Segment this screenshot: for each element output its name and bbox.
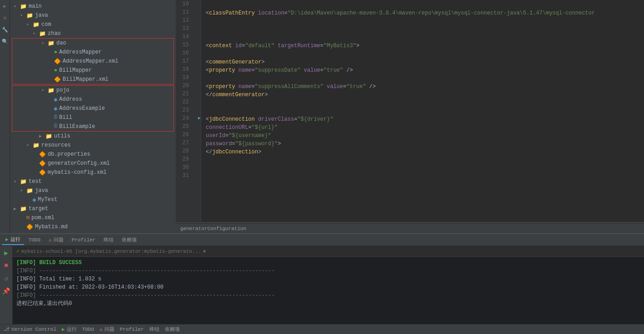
folder-icon-target: 📁 — [20, 206, 27, 212]
code-line-10 — [206, 1, 644, 9]
tool-btn-2[interactable]: ⚙ — [1, 14, 9, 22]
tree-item-address[interactable]: ◉ Address — [12, 95, 173, 104]
code-text-21: </commentGenerator> — [206, 91, 268, 99]
tab-problems[interactable]: ⚠ 问题 — [45, 235, 67, 245]
code-line-19 — [206, 74, 644, 83]
run-play-btn[interactable]: ▶ — [1, 248, 11, 258]
tab-todo-label: TODO — [29, 237, 40, 243]
code-text-20: <property name="suppressAllComments" val… — [206, 83, 376, 91]
tree-item-pojo[interactable]: ▾ 📁 pojo — [12, 86, 173, 95]
file-icon-addressmapper: ● — [54, 49, 57, 55]
tree-item-addressexample[interactable]: ◉ AddressExample — [12, 104, 173, 113]
ln-21: 21 — [176, 90, 189, 98]
tree-item-utils[interactable]: ▶ 📁 utils — [10, 132, 176, 141]
code-line-26: userId="${username}" — [206, 132, 644, 140]
editor-area: 10 11 12 13 14 15 16 17 18 19 20 21 22 2… — [176, 0, 644, 233]
ln-28: 28 — [176, 147, 189, 155]
status-deps[interactable]: 依赖项 — [165, 326, 180, 333]
arrow-test-java: ▾ — [20, 188, 26, 193]
tree-item-billmapper-xml[interactable]: 🔶 BillMapper.xml — [12, 75, 173, 84]
run-header-close[interactable]: ✕ — [203, 248, 206, 254]
main-area: ▶ ⚙ 🔧 🔍 ▾ 📁 main ▾ 📁 java ▾ 📁 com — [0, 0, 644, 233]
code-content[interactable]: <classPathEntry location="D:\idea\Maven\… — [201, 0, 644, 221]
status-vcs[interactable]: ⎇ Version Control — [4, 326, 56, 332]
status-terminal[interactable]: 终结 — [149, 326, 159, 333]
tree-item-bill[interactable]: © Bill — [12, 113, 173, 122]
tab-terminal[interactable]: 终结 — [100, 235, 117, 245]
output-sep1: [INFO] ---------------------------------… — [16, 267, 640, 275]
editor-content: 10 11 12 13 14 15 16 17 18 19 20 21 22 2… — [176, 0, 644, 221]
code-line-21: </commentGenerator> — [206, 91, 644, 99]
tree-item-com[interactable]: ▾ 📁 com — [10, 20, 176, 29]
tab-run[interactable]: ▶ 运行 — [2, 235, 24, 245]
run-rerun-btn[interactable]: ↺ — [1, 273, 11, 283]
tree-item-pom[interactable]: m pom.xml — [10, 213, 176, 222]
run-stop-btn[interactable]: ■ — [1, 260, 11, 270]
tool-btn-1[interactable]: ▶ — [1, 2, 9, 10]
status-todo[interactable]: TODO — [82, 327, 94, 332]
gutter-empty-20 — [192, 172, 201, 180]
tree-item-generatorconfig[interactable]: 🔶 generatorConfig.xml — [10, 159, 176, 168]
tree-item-mybatis-md[interactable]: 🔶 Mybatis.md — [10, 222, 176, 231]
profiler-status-label: Profiler — [120, 327, 144, 332]
tab-todo[interactable]: TODO — [25, 235, 44, 245]
gutter-empty-9 — [192, 74, 201, 82]
status-run[interactable]: ▶ 运行 — [62, 326, 77, 333]
run-pin-btn[interactable]: 📌 — [1, 286, 11, 296]
file-icon-addressmapper-xml: 🔶 — [54, 58, 61, 65]
label-dao: dao — [56, 40, 66, 46]
ln-24: 24 — [176, 114, 189, 123]
code-line-20: <property name="suppressAllComments" val… — [206, 83, 644, 91]
arrow-target: ▶ — [14, 206, 20, 211]
file-icon-pom: m — [26, 215, 30, 221]
tree-item-dao[interactable]: ▾ 📁 dao — [12, 39, 173, 48]
tool-btn-3[interactable]: 🔧 — [1, 25, 9, 34]
code-line-13 — [206, 25, 644, 34]
todo-status-label: TODO — [82, 327, 94, 332]
tree-item-zhao[interactable]: ▾ 📁 zhao — [10, 29, 176, 38]
gutter-empty-6 — [192, 49, 201, 57]
tree-item-db-properties[interactable]: 🔶 db.properties — [10, 150, 176, 159]
tree-item-main[interactable]: ▾ 📁 main — [10, 2, 176, 11]
output-build-success: [INFO] BUILD SUCCESS — [16, 259, 640, 267]
code-text-17: <commentGenerator> — [206, 58, 265, 66]
status-profiler[interactable]: Profiler — [120, 327, 144, 332]
label-db-properties: db.properties — [48, 151, 90, 157]
run-header-label: mybatis-school-05 [org.mybatis.generator… — [21, 249, 201, 254]
vcs-icon: ⎇ — [4, 326, 10, 332]
gutters: 10 11 12 13 14 15 16 17 18 19 20 21 22 2… — [176, 0, 201, 221]
status-problems[interactable]: ⚠ 问题 — [99, 326, 114, 333]
tree-item-target[interactable]: ▶ 📁 target — [10, 204, 176, 213]
tree-item-addressmapper[interactable]: ● AddressMapper — [12, 48, 173, 57]
tree-item-mytest[interactable]: ◉ MyTest — [10, 195, 176, 204]
label-mybatis-config: mybatis-config.xml — [48, 169, 107, 176]
tab-deps[interactable]: 依赖项 — [118, 235, 140, 245]
tree-item-addressmapper-xml[interactable]: 🔶 AddressMapper.xml — [12, 57, 173, 66]
tool-btn-4[interactable]: 🔍 — [1, 37, 9, 45]
gutter-numbers: 10 11 12 13 14 15 16 17 18 19 20 21 22 2… — [176, 0, 192, 221]
arrow-utils: ▶ — [39, 133, 45, 139]
tab-problems-label: 问题 — [54, 236, 64, 243]
tree-item-billmapper[interactable]: ● BillMapper — [12, 66, 173, 75]
tree-item-test[interactable]: ▾ 📁 test — [10, 177, 176, 186]
tab-profiler[interactable]: Profiler — [68, 235, 99, 245]
file-icon-billmapper: ● — [54, 67, 57, 74]
tree-item-mybatis-config[interactable]: 🔶 mybatis-config.xml — [10, 168, 176, 177]
tree-item-resources[interactable]: ▾ 📁 resources — [10, 141, 176, 150]
tree-item-test-java[interactable]: ▾ 📁 java — [10, 186, 176, 195]
code-line-17: <commentGenerator> — [206, 58, 644, 66]
tab-deps-label: 依赖项 — [122, 236, 137, 243]
label-test-java: java — [35, 187, 48, 194]
tree-item-java[interactable]: ▾ 📁 java — [10, 11, 176, 20]
ln-30: 30 — [176, 163, 189, 172]
file-icon-db-props: 🔶 — [39, 151, 46, 158]
label-zhao: zhao — [48, 30, 61, 37]
code-text-25: connectionURL="${url}" — [206, 123, 277, 132]
tree-item-billexample[interactable]: © BillExample — [12, 122, 173, 131]
file-icon-address: ◉ — [54, 96, 57, 103]
file-icon-mybatis-config: 🔶 — [39, 169, 46, 176]
vcs-label: Version Control — [11, 327, 56, 332]
file-icon-addressexample: ◉ — [54, 105, 57, 112]
run-output[interactable]: [INFO] BUILD SUCCESS [INFO] ------------… — [13, 257, 644, 324]
problems-icon: ⚠ — [49, 237, 52, 243]
